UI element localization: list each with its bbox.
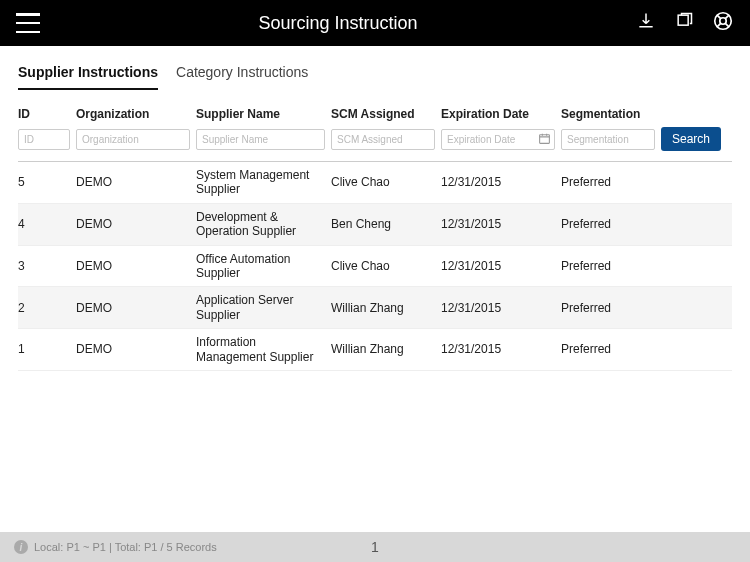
cell-scm-assigned: Willian Zhang — [331, 301, 441, 315]
windows-icon[interactable] — [674, 11, 694, 35]
col-expiration-date: Expiration Date — [441, 107, 561, 125]
cell-scm-assigned: Clive Chao — [331, 259, 441, 273]
cell-segmentation: Preferred — [561, 301, 661, 315]
help-icon[interactable] — [712, 10, 734, 36]
menu-icon[interactable] — [16, 13, 40, 33]
table-row[interactable]: 3DEMOOffice Automation SupplierClive Cha… — [18, 246, 732, 288]
column-headers: ID Organization Supplier Name SCM Assign… — [18, 107, 732, 125]
table-row[interactable]: 5DEMOSystem Management SupplierClive Cha… — [18, 162, 732, 204]
tab-category-instructions[interactable]: Category Instructions — [176, 64, 308, 90]
svg-point-2 — [720, 18, 726, 24]
filter-id[interactable] — [18, 129, 70, 150]
cell-expiration-date: 12/31/2015 — [441, 175, 561, 189]
filter-organization[interactable] — [76, 129, 190, 150]
cell-segmentation: Preferred — [561, 259, 661, 273]
status-text: Local: P1 ~ P1 | Total: P1 / 5 Records — [34, 541, 217, 553]
col-organization: Organization — [76, 107, 196, 125]
col-segmentation: Segmentation — [561, 107, 661, 125]
cell-organization: DEMO — [76, 175, 196, 189]
cell-scm-assigned: Clive Chao — [331, 175, 441, 189]
tabs: Supplier Instructions Category Instructi… — [18, 64, 732, 91]
cell-segmentation: Preferred — [561, 217, 661, 231]
cell-expiration-date: 12/31/2015 — [441, 301, 561, 315]
info-icon: i — [14, 540, 28, 554]
cell-id: 3 — [18, 259, 76, 273]
cell-segmentation: Preferred — [561, 342, 661, 356]
svg-rect-0 — [678, 15, 688, 25]
filter-supplier-name[interactable] — [196, 129, 325, 150]
cell-expiration-date: 12/31/2015 — [441, 259, 561, 273]
svg-rect-3 — [540, 134, 550, 143]
cell-id: 5 — [18, 175, 76, 189]
filter-segmentation[interactable] — [561, 129, 655, 150]
cell-supplier-name: Application Server Supplier — [196, 293, 331, 322]
table-row[interactable]: 1DEMOInformation Management SupplierWill… — [18, 329, 732, 371]
col-scm-assigned: SCM Assigned — [331, 107, 441, 125]
tab-supplier-instructions[interactable]: Supplier Instructions — [18, 64, 158, 90]
cell-supplier-name: Office Automation Supplier — [196, 252, 331, 281]
cell-id: 4 — [18, 217, 76, 231]
app-header: Sourcing Instruction — [0, 0, 750, 46]
col-supplier-name: Supplier Name — [196, 107, 331, 125]
cell-scm-assigned: Willian Zhang — [331, 342, 441, 356]
cell-organization: DEMO — [76, 342, 196, 356]
cell-id: 2 — [18, 301, 76, 315]
cell-scm-assigned: Ben Cheng — [331, 217, 441, 231]
table-body: 5DEMOSystem Management SupplierClive Cha… — [18, 162, 732, 371]
cell-id: 1 — [18, 342, 76, 356]
cell-supplier-name: System Management Supplier — [196, 168, 331, 197]
download-icon[interactable] — [636, 11, 656, 35]
page-title: Sourcing Instruction — [40, 13, 636, 34]
cell-expiration-date: 12/31/2015 — [441, 342, 561, 356]
col-id: ID — [18, 107, 76, 125]
filter-row: Search — [18, 127, 732, 162]
cell-organization: DEMO — [76, 217, 196, 231]
filter-scm-assigned[interactable] — [331, 129, 435, 150]
cell-expiration-date: 12/31/2015 — [441, 217, 561, 231]
cell-supplier-name: Information Management Supplier — [196, 335, 331, 364]
table-row[interactable]: 4DEMODevelopment & Operation SupplierBen… — [18, 204, 732, 246]
cell-segmentation: Preferred — [561, 175, 661, 189]
cell-organization: DEMO — [76, 259, 196, 273]
status-bar: i Local: P1 ~ P1 | Total: P1 / 5 Records… — [0, 532, 750, 562]
table-row[interactable]: 2DEMOApplication Server SupplierWillian … — [18, 287, 732, 329]
cell-organization: DEMO — [76, 301, 196, 315]
page-number: 1 — [371, 539, 379, 555]
cell-supplier-name: Development & Operation Supplier — [196, 210, 331, 239]
calendar-icon[interactable] — [538, 132, 551, 147]
search-button[interactable]: Search — [661, 127, 721, 151]
